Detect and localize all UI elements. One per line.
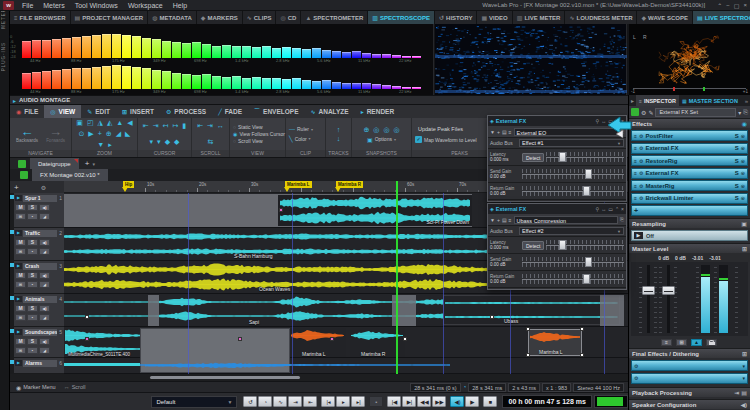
ribbon-tab-file[interactable]: ◉FILE <box>10 105 44 118</box>
zoom-tool-icon[interactable]: ▲ <box>116 119 123 127</box>
fx-menu-icon[interactable]: ⌃ <box>615 206 619 212</box>
cursor-tool-icon[interactable]: ◆ <box>174 138 179 146</box>
fx-latency-slider[interactable] <box>546 240 624 250</box>
update-peak-files-button[interactable]: Update Peak Files <box>415 125 466 133</box>
cursor-tool-icon[interactable]: ▮ <box>182 122 186 130</box>
meter-mode-list-icon[interactable]: ≡ <box>661 339 672 346</box>
fx-return-gain-slider-handle[interactable] <box>583 186 590 196</box>
envelope-handle[interactable] <box>85 337 89 341</box>
fade-button[interactable]: ∿ <box>273 396 287 407</box>
effect-slot-postfilter[interactable]: ≡⚙PostFilterS⊙ <box>631 130 748 141</box>
clip-marimba-l[interactable]: Marimba L <box>290 328 346 357</box>
tab-meters-markers[interactable]: ◆MARKERS <box>197 11 243 24</box>
map-waveform-checkbox[interactable]: ✓Map Waveform to Level <box>415 136 477 143</box>
master-fader-handle-1[interactable] <box>642 286 655 295</box>
track-record-button[interactable]: ▪ <box>27 347 38 354</box>
slot-bypass-icon[interactable]: ⊙ <box>741 170 745 176</box>
move-track-down-icon[interactable]: ↓ <box>337 135 341 143</box>
inspector-edit-icon[interactable]: ✎ <box>648 109 653 116</box>
mute-button[interactable]: M <box>15 305 26 312</box>
ruler-toggle[interactable]: —Ruler▾ <box>289 126 313 132</box>
solo-button[interactable]: S <box>27 239 38 246</box>
montage-hscrollbar[interactable] <box>64 374 628 381</box>
cursor-tool-icon[interactable]: ↤ <box>163 122 169 130</box>
hscrollbar-thumb[interactable] <box>150 376 300 379</box>
fx-pin-icon[interactable]: ⚲ <box>595 118 599 124</box>
forward-button[interactable]: ▶▶ <box>432 396 446 407</box>
envelope-handle[interactable] <box>330 337 334 341</box>
clip-marimba-l-selected[interactable]: Marimba L <box>528 329 582 356</box>
slot-bypass-icon[interactable]: ⊙ <box>741 195 745 201</box>
playback-menu-icon[interactable]: ▤ <box>741 389 747 396</box>
monitor-button[interactable]: ◀) <box>450 396 464 407</box>
close-icon[interactable]: × <box>743 2 747 8</box>
track-header-alarms[interactable]: ▶Alarms6 <box>14 358 64 374</box>
slot-menu-icon[interactable]: ≡ <box>634 158 637 164</box>
tab-scopes-live-spectrogram[interactable]: ▤LIVE SPECTROGRAM <box>693 11 750 24</box>
slot-menu-icon[interactable]: ≡ <box>634 133 637 139</box>
fx-send-gain-slider[interactable] <box>522 169 624 179</box>
inspector-overflow-icon[interactable]: » <box>743 98 750 104</box>
go-start-button[interactable]: |◀ <box>387 396 401 407</box>
add-effect-slot[interactable]: + <box>631 205 748 216</box>
tab-inspector[interactable]: ≡INSPECTOR <box>636 95 679 106</box>
track-header-crash[interactable]: ▶Crash3MS◀)⊞▪◢ <box>14 261 64 294</box>
tab-scopes-wave-scope[interactable]: ◆WAVE SCOPE <box>637 11 693 24</box>
rewind-button[interactable]: ◀◀ <box>417 396 431 407</box>
track-record-button[interactable]: ▪ <box>27 213 38 220</box>
mute-button[interactable]: M <box>15 239 26 246</box>
slot-solo-button[interactable]: S <box>735 195 739 201</box>
lock-icon[interactable] <box>706 339 717 346</box>
cursor-tool-icon[interactable]: ▾ <box>157 138 161 146</box>
ribbon-tab-edit[interactable]: ✎EDIT <box>81 105 116 118</box>
tab-scopes-loudness-meter[interactable]: ∿LOUDNESS METER <box>565 11 637 24</box>
next-marker-button[interactable]: ▸| <box>351 396 365 407</box>
slot-bypass-icon[interactable]: ⊙ <box>741 133 745 139</box>
dithering-slot[interactable]: ⚙▾ <box>631 373 748 384</box>
zoom-tool-icon[interactable]: ◰ <box>87 119 94 127</box>
cursor-tool-icon[interactable]: ◆ <box>165 138 170 146</box>
mute-button[interactable]: M <box>15 338 26 345</box>
track-options-gear-icon[interactable]: ⚙ <box>41 184 46 191</box>
master-fader-handle-2[interactable] <box>662 286 675 295</box>
view-option-scroll-view[interactable]: ○Scroll View <box>233 138 263 144</box>
zoom-tool-icon[interactable]: ▣ <box>76 119 83 127</box>
slot-menu-icon[interactable]: ≡ <box>634 145 637 151</box>
fx-add-icon[interactable]: + <box>497 129 500 135</box>
fx-name-input[interactable]: External EQ <box>514 128 618 136</box>
envelope-handle[interactable] <box>403 337 407 341</box>
zoom-tool-icon[interactable]: ◣ <box>125 130 130 138</box>
tab-scopes-history[interactable]: ↺HISTORY <box>435 11 477 24</box>
tab-scopes-video[interactable]: ▦VIDEO <box>477 11 512 24</box>
stop-button[interactable]: ■ <box>483 396 497 407</box>
track-speaker-icon[interactable]: ◀) <box>39 338 50 345</box>
clip-ubass[interactable]: Ubass <box>443 295 620 325</box>
fx-add-icon[interactable]: + <box>497 217 500 223</box>
track-header-spur-1[interactable]: ▶Spur 11MS◀)⊞▪◢ <box>14 193 64 228</box>
zoom-tool-icon[interactable]: ⊙ <box>78 130 84 138</box>
ribbon-tab-view[interactable]: ◎VIEW <box>44 105 81 118</box>
cursor-tool-icon[interactable]: ↦ <box>172 122 178 130</box>
envelope-handle[interactable] <box>85 315 89 319</box>
clip-gain-handle[interactable] <box>279 208 283 212</box>
fx-audio-bus-select[interactable]: Effect #2▼ <box>519 227 624 235</box>
solo-button[interactable]: S <box>27 272 38 279</box>
tab-meters-spectrometer[interactable]: ▲SPECTROMETER <box>301 11 368 24</box>
resampling-slot[interactable]: ▶ Off <box>631 230 748 241</box>
ribbon-tab-envelope[interactable]: ⌒ENVELOPE <box>248 105 304 118</box>
ribbon-tab-fade[interactable]: ╱FADE <box>212 105 248 118</box>
fx-send-gain-slider-handle[interactable] <box>585 257 592 267</box>
montage-tab[interactable]: FX Montage 002.v10 * <box>32 169 108 181</box>
zoom-tool-icon[interactable]: ◭ <box>107 119 112 127</box>
track-monitor-button[interactable]: ◢ <box>39 347 50 354</box>
preroll-button[interactable]: ◔ <box>258 396 272 407</box>
tab-meters-metadata[interactable]: ◍METADATA <box>148 11 197 24</box>
slot-edit-icon[interactable]: ⚙ <box>639 183 643 189</box>
zoom-tool-icon[interactable]: ▸ <box>108 141 112 149</box>
minimize-icon[interactable]: − <box>726 2 730 8</box>
resampling-menu-icon[interactable]: ▣ <box>741 220 747 227</box>
master-level-menu-icon[interactable]: ⊞ <box>742 245 747 252</box>
fx-latency-slider[interactable] <box>546 152 624 162</box>
tab-meters-spectroscope[interactable]: ▥SPECTROSCOPE <box>368 11 435 24</box>
slot-bypass-icon[interactable]: ⊙ <box>741 158 745 164</box>
